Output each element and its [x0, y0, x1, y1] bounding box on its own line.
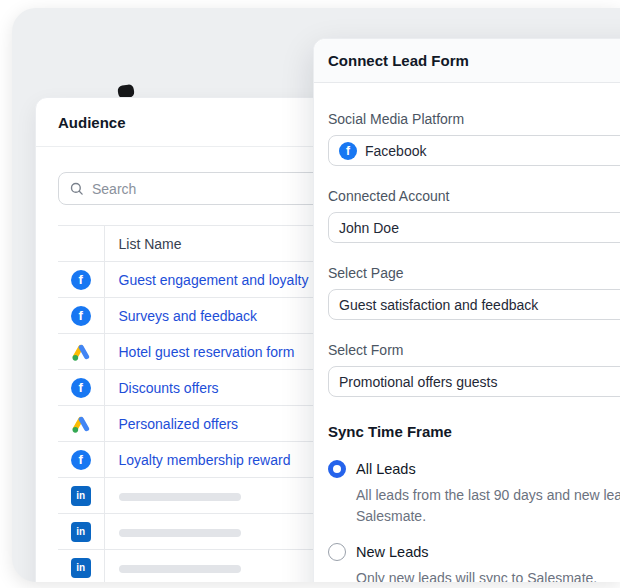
field-social-media-platform: Social Media Platform f Facebook — [328, 111, 620, 166]
linkedin-icon: in — [71, 486, 91, 506]
linkedin-icon: in — [71, 522, 91, 542]
radio-unselected-icon[interactable] — [328, 543, 346, 561]
platform-select-value: Facebook — [365, 143, 426, 159]
modal-body: Social Media Platform f Facebook Connect… — [314, 83, 620, 582]
radio-option-all-leads: All Leads All leads from the last 90 day… — [328, 460, 620, 527]
form-select[interactable]: Promotional offers guests — [328, 366, 620, 397]
radio-description: Only new leads will sync to Salesmate. — [356, 568, 620, 582]
modal-header: Connect Lead Form — [314, 39, 620, 83]
list-link[interactable]: Loyalty membership reward — [119, 452, 291, 468]
audience-title: Audience — [58, 114, 126, 131]
list-link[interactable]: Hotel guest reservation form — [119, 344, 295, 360]
facebook-icon: f — [339, 142, 357, 160]
new-leads-radio[interactable]: New Leads — [328, 543, 620, 561]
list-link[interactable]: Discounts offers — [119, 380, 219, 396]
facebook-icon: f — [71, 378, 91, 398]
icon-column-header — [58, 226, 104, 262]
field-select-page: Select Page Guest satisfaction and feedb… — [328, 265, 620, 320]
radio-label: All Leads — [356, 461, 416, 477]
radio-option-new-leads: New Leads Only new leads will sync to Sa… — [328, 543, 620, 582]
radio-description: All leads from the last 90 days and new … — [356, 485, 620, 527]
connect-lead-form-panel: Connect Lead Form Social Media Platform … — [313, 38, 620, 582]
form-select-value: Promotional offers guests — [339, 374, 498, 390]
placeholder-bar — [119, 529, 241, 537]
platform-select[interactable]: f Facebook — [328, 135, 620, 166]
google-ads-icon — [71, 342, 91, 362]
modal-title: Connect Lead Form — [328, 52, 469, 69]
field-label: Social Media Platform — [328, 111, 620, 127]
placeholder-bar — [119, 565, 241, 573]
list-link[interactable]: Personalized offers — [119, 416, 239, 432]
placeholder-bar — [119, 493, 241, 501]
field-connected-account: Connected Account John Doe — [328, 188, 620, 243]
sync-time-frame-heading: Sync Time Frame — [328, 423, 620, 440]
facebook-icon: f — [71, 306, 91, 326]
all-leads-radio[interactable]: All Leads — [328, 460, 620, 478]
page-select-value: Guest satisfaction and feedback — [339, 297, 538, 313]
app-canvas: Audience List Name f Guest e — [12, 8, 620, 582]
field-label: Select Form — [328, 342, 620, 358]
field-select-form: Select Form Promotional offers guests — [328, 342, 620, 397]
search-icon — [69, 181, 84, 196]
google-ads-icon — [71, 414, 91, 434]
list-link[interactable]: Surveys and feedback — [119, 308, 258, 324]
list-link[interactable]: Guest engagement and loyalty — [119, 272, 309, 288]
page-select[interactable]: Guest satisfaction and feedback — [328, 289, 620, 320]
field-label: Connected Account — [328, 188, 620, 204]
facebook-icon: f — [71, 450, 91, 470]
linkedin-icon: in — [71, 558, 91, 578]
account-select-value: John Doe — [339, 220, 399, 236]
radio-selected-icon[interactable] — [328, 460, 346, 478]
radio-label: New Leads — [356, 544, 429, 560]
field-label: Select Page — [328, 265, 620, 281]
account-select[interactable]: John Doe — [328, 212, 620, 243]
facebook-icon: f — [71, 270, 91, 290]
